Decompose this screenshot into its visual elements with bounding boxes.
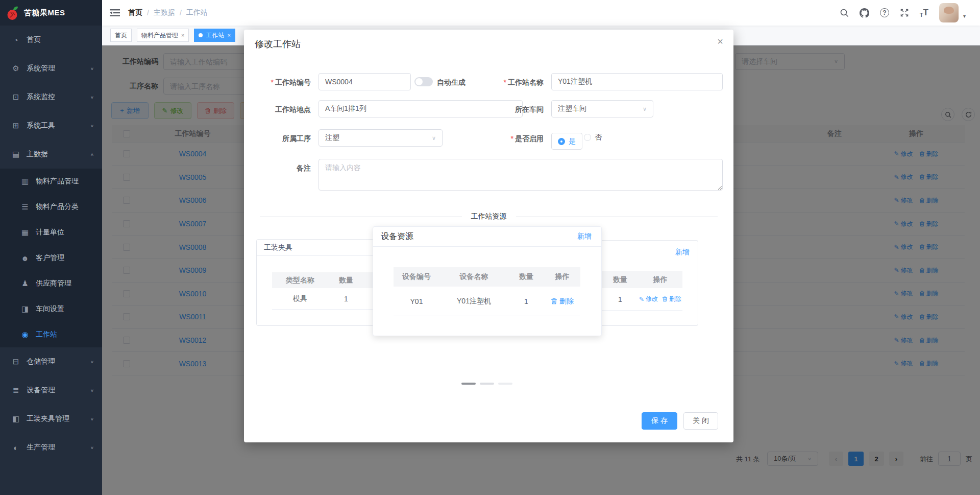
close-icon[interactable]: × xyxy=(717,36,723,48)
github-icon[interactable] xyxy=(860,8,869,18)
trash-icon xyxy=(662,296,668,302)
fixture-qty-cell: 1 xyxy=(328,295,364,303)
pencil-icon: ✎ xyxy=(639,296,644,303)
sidebar-item-label: 计量单位 xyxy=(36,228,64,237)
breadcrumb: 首页 / 主数据 / 工作站 xyxy=(128,8,208,17)
enabled-yes-radio[interactable]: 是 xyxy=(551,133,582,150)
chevron-down-icon[interactable]: ▾ xyxy=(963,13,966,19)
sidebar-item-label: 车间设置 xyxy=(36,304,64,314)
sidebar-item-production[interactable]: ◐生产管理∨ xyxy=(0,433,102,462)
equipment-icon: ≣ xyxy=(11,386,20,395)
tag-label: 物料产品管理 xyxy=(141,31,178,40)
device-col-code: 设备编号 xyxy=(394,272,439,281)
sidebar-item-warehouse[interactable]: ⊟仓储管理∨ xyxy=(0,347,102,376)
breadcrumb-home[interactable]: 首页 xyxy=(128,8,142,17)
fixture-type-cell: 模具 xyxy=(272,294,328,303)
toolbox-icon: ⊞ xyxy=(11,121,20,130)
chevron-down-icon: ∨ xyxy=(90,124,94,128)
device-delete-link[interactable]: 删除 xyxy=(551,297,574,306)
device-card-add-link[interactable]: 新增 xyxy=(577,232,592,241)
fixture-card-title: 工装夹具 xyxy=(264,243,292,252)
app-root: 苦糖果MES ◔首页⚙系统管理∨⊡系统监控∨⊞系统工具∨▤主数据∧▥物料产品管理… xyxy=(0,0,980,495)
name-input[interactable] xyxy=(551,73,723,90)
sidebar-item-label: 客户管理 xyxy=(36,253,64,263)
unit-icon: ▦ xyxy=(20,228,30,237)
right-delete-link[interactable]: 删除 xyxy=(662,295,681,303)
tag-item[interactable]: 物料产品管理× xyxy=(137,29,189,42)
device-col-op: 操作 xyxy=(544,272,580,281)
sidebar-item-workshop[interactable]: ◨车间设置 xyxy=(0,296,102,322)
sidebar-toggle-icon[interactable] xyxy=(110,9,120,17)
chevron-down-icon: ∨ xyxy=(90,360,94,364)
chevron-down-icon: ∨ xyxy=(90,66,94,71)
sidebar-item-gear[interactable]: ⚙系统管理∨ xyxy=(0,54,102,83)
sidebar-item-label: 供应商管理 xyxy=(36,279,71,288)
chevron-down-icon: ∨ xyxy=(90,95,94,100)
sidebar-item-workstation[interactable]: ◉工作站 xyxy=(0,322,102,347)
right-card-add-link[interactable]: 新增 xyxy=(675,248,690,257)
breadcrumb-masterdata[interactable]: 主数据 xyxy=(154,8,175,17)
sidebar-item-label: 系统监控 xyxy=(27,92,55,102)
carousel-indicator-active[interactable] xyxy=(461,383,476,385)
fullscreen-icon[interactable] xyxy=(900,8,909,17)
sidebar-item-dashboard[interactable]: ◔首页 xyxy=(0,26,102,54)
sidebar-item-toolbox[interactable]: ⊞系统工具∨ xyxy=(0,111,102,140)
process-select-value: 注塑 xyxy=(325,133,339,143)
auto-generate-toggle[interactable] xyxy=(414,77,433,86)
logo: 苦糖果MES xyxy=(0,0,102,26)
logo-icon xyxy=(6,5,19,20)
sidebar-item-category[interactable]: ☰物料产品分类 xyxy=(0,194,102,220)
chevron-down-icon: ∨ xyxy=(90,388,94,393)
close-icon[interactable]: × xyxy=(181,32,184,38)
sidebar-item-equipment[interactable]: ≣设备管理∨ xyxy=(0,376,102,405)
sidebar-item-fixture[interactable]: ◧工装夹具管理∨ xyxy=(0,405,102,433)
sidebar-item-customer[interactable]: ☻客户管理 xyxy=(0,245,102,271)
fixture-icon: ◧ xyxy=(11,414,20,423)
enabled-field-label: *是否启用 xyxy=(448,134,544,144)
enabled-no-radio[interactable]: 否 xyxy=(584,133,602,142)
category-icon: ☰ xyxy=(20,202,30,211)
help-icon[interactable]: ? xyxy=(880,8,889,17)
right-col-qty: 数量 xyxy=(602,275,638,285)
sidebar-item-label: 系统工具 xyxy=(27,121,55,130)
warehouse-icon: ⊟ xyxy=(11,357,20,366)
tag-item[interactable]: 首页 xyxy=(110,29,132,42)
carousel-indicator[interactable] xyxy=(498,383,512,385)
avatar[interactable] xyxy=(939,3,959,22)
sidebar-item-label: 设备管理 xyxy=(27,386,55,395)
search-icon[interactable] xyxy=(840,8,849,17)
required-asterisk: * xyxy=(271,78,274,86)
breadcrumb-separator: / xyxy=(180,9,182,17)
sidebar-menu: ◔首页⚙系统管理∨⊡系统监控∨⊞系统工具∨▤主数据∧▥物料产品管理☰物料产品分类… xyxy=(0,26,102,462)
name-field-label: *工作站名称 xyxy=(448,78,544,87)
sidebar: 苦糖果MES ◔首页⚙系统管理∨⊡系统监控∨⊞系统工具∨▤主数据∧▥物料产品管理… xyxy=(0,0,102,495)
monitor-icon: ⊡ xyxy=(11,92,20,102)
section-divider-title: 工作站资源 xyxy=(244,212,733,221)
breadcrumb-separator: / xyxy=(147,9,149,17)
edit-workstation-dialog: 修改工作站 × *工作站编号 自动生成 *工作站名称 工作站地点 所在车间 注塑… xyxy=(244,30,733,442)
sidebar-item-material[interactable]: ▥物料产品管理 xyxy=(0,169,102,194)
carousel-indicator[interactable] xyxy=(480,383,494,385)
right-edit-link[interactable]: ✎修改 xyxy=(639,295,658,303)
customer-icon: ☻ xyxy=(20,254,30,263)
tag-item[interactable]: 工作站× xyxy=(194,29,235,42)
process-select[interactable]: 注塑∨ xyxy=(318,129,443,147)
sidebar-item-supplier[interactable]: ♟供应商管理 xyxy=(0,271,102,296)
location-field-label: 工作站地点 xyxy=(244,105,311,114)
gear-icon: ⚙ xyxy=(11,64,20,73)
sidebar-item-monitor[interactable]: ⊡系统监控∨ xyxy=(0,83,102,111)
workshop-select[interactable]: 注塑车间∨ xyxy=(551,100,653,117)
close-icon[interactable]: × xyxy=(227,32,230,38)
workstation-icon: ◉ xyxy=(20,330,30,339)
required-asterisk: * xyxy=(504,78,506,86)
font-size-icon[interactable]: TT xyxy=(920,8,928,18)
dialog-close-button[interactable]: 关 闭 xyxy=(683,412,718,430)
sidebar-item-database[interactable]: ▤主数据∧ xyxy=(0,140,102,169)
code-input[interactable] xyxy=(318,73,411,90)
workshop-select-value: 注塑车间 xyxy=(558,104,586,113)
save-button[interactable]: 保 存 xyxy=(642,412,677,430)
sidebar-item-label: 工作站 xyxy=(36,330,57,339)
sidebar-item-unit[interactable]: ▦计量单位 xyxy=(0,220,102,245)
fixture-col-type: 类型名称 xyxy=(272,276,328,285)
remark-textarea[interactable] xyxy=(318,159,723,191)
